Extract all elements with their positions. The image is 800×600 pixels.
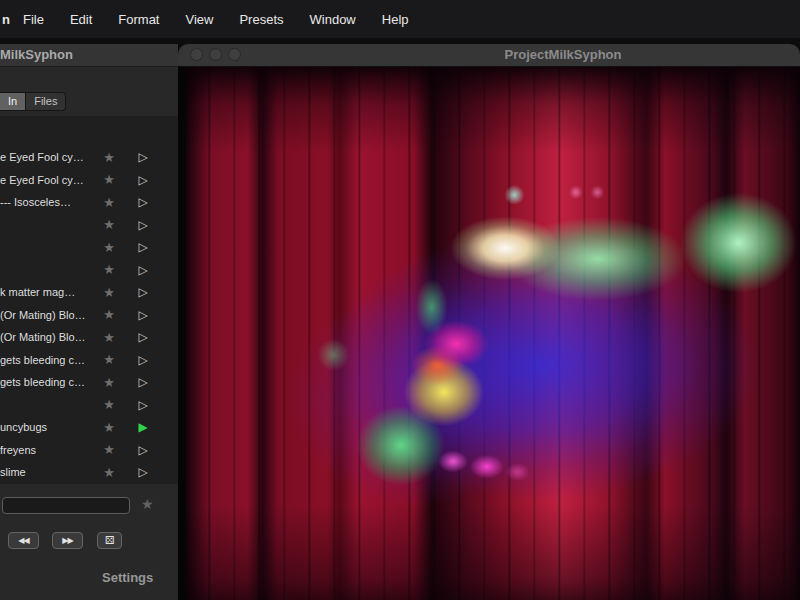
play-icon[interactable]: ▷ (130, 285, 156, 299)
preset-row[interactable]: k matter mag…★▷ (0, 281, 178, 304)
preset-row[interactable]: e Eyed Fool cy…★▷ (0, 146, 178, 169)
browser-title: MilkSyphon (0, 47, 73, 62)
menu-item-edit[interactable]: Edit (57, 12, 105, 27)
star-icon[interactable]: ★ (96, 262, 122, 277)
preset-row[interactable]: gets bleeding c…★▷ (0, 349, 178, 372)
star-icon[interactable]: ★ (96, 307, 122, 322)
preset-label: freyens (0, 444, 96, 456)
browser-titlebar[interactable]: MilkSyphon (0, 44, 178, 67)
play-icon[interactable]: ▷ (130, 375, 156, 389)
search-input[interactable] (2, 497, 130, 514)
play-icon[interactable]: ▷ (130, 398, 156, 412)
preset-label: e Eyed Fool cy… (0, 151, 96, 163)
play-icon[interactable]: ▷ (130, 173, 156, 187)
tab-built-in[interactable]: In (0, 92, 26, 111)
app-menu[interactable]: n (0, 12, 10, 27)
preset-row[interactable]: (Or Mating) Blo…★▷ (0, 304, 178, 327)
star-icon[interactable]: ★ (96, 352, 122, 367)
menu-items: FileEditFormatViewPresetsWindowHelp (10, 12, 422, 27)
menu-item-format[interactable]: Format (105, 12, 172, 27)
preset-label: (Or Mating) Blo… (0, 331, 96, 343)
preset-label: k matter mag… (0, 286, 96, 298)
preset-label: e Eyed Fool cy… (0, 174, 96, 186)
previous-preset-button[interactable]: ◀◀ (8, 532, 39, 549)
tab-bar: In Files (0, 92, 66, 111)
menu-item-file[interactable]: File (10, 12, 57, 27)
star-icon[interactable]: ★ (96, 375, 122, 390)
preset-row[interactable]: ★▷ (0, 214, 178, 237)
preset-row[interactable]: e Eyed Fool cy…★▷ (0, 169, 178, 192)
menubar: n FileEditFormatViewPresetsWindowHelp (0, 0, 800, 38)
menu-item-presets[interactable]: Presets (226, 12, 296, 27)
play-icon[interactable]: ▷ (130, 263, 156, 277)
visualization-canvas (186, 67, 800, 600)
preset-label: uncybugs (0, 421, 96, 433)
preset-list: e Eyed Fool cy…★▷e Eyed Fool cy…★▷--- Is… (0, 116, 178, 484)
star-icon[interactable]: ★ (96, 195, 122, 210)
star-icon[interactable]: ★ (96, 330, 122, 345)
preset-row[interactable]: --- Isosceles…★▷ (0, 191, 178, 214)
preset-row[interactable]: gets bleeding c…★▷ (0, 371, 178, 394)
play-icon[interactable]: ▷ (130, 150, 156, 164)
menu-item-view[interactable]: View (172, 12, 226, 27)
star-icon[interactable]: ★ (96, 420, 122, 435)
star-icon[interactable]: ★ (96, 217, 122, 232)
preset-row[interactable]: slime★▷ (0, 461, 178, 484)
star-icon[interactable]: ★ (96, 150, 122, 165)
star-icon[interactable]: ★ (96, 465, 122, 480)
next-preset-button[interactable]: ▶▶ (52, 532, 83, 549)
preset-label: gets bleeding c… (0, 376, 96, 388)
preset-row[interactable]: (Or Mating) Blo…★▷ (0, 326, 178, 349)
preset-label: --- Isosceles… (0, 196, 96, 208)
play-icon[interactable]: ▷ (130, 195, 156, 209)
play-icon[interactable]: ▷ (130, 443, 156, 457)
preset-label: (Or Mating) Blo… (0, 309, 96, 321)
favorite-star-icon[interactable]: ★ (141, 496, 154, 512)
preset-label: slime (0, 466, 96, 478)
visualizer-window: ProjectMilkSyphon (178, 44, 800, 600)
preset-label: gets bleeding c… (0, 354, 96, 366)
star-icon[interactable]: ★ (96, 397, 122, 412)
preset-browser-window: MilkSyphon In Files e Eyed Fool cy…★▷e E… (0, 44, 179, 600)
settings-button[interactable]: Settings (102, 570, 153, 585)
preset-row[interactable]: ★▷ (0, 259, 178, 282)
tab-files[interactable]: Files (26, 92, 66, 111)
star-icon[interactable]: ★ (96, 240, 122, 255)
play-icon-active[interactable]: ▶ (130, 420, 156, 434)
preset-row[interactable]: freyens★▷ (0, 439, 178, 462)
play-icon[interactable]: ▷ (130, 330, 156, 344)
preset-row[interactable]: ★▷ (0, 394, 178, 417)
play-icon[interactable]: ▷ (130, 308, 156, 322)
play-icon[interactable]: ▷ (130, 240, 156, 254)
play-icon[interactable]: ▷ (130, 465, 156, 479)
star-icon[interactable]: ★ (96, 172, 122, 187)
preset-row[interactable]: uncybugs★▶ (0, 416, 178, 439)
play-icon[interactable]: ▷ (130, 218, 156, 232)
play-icon[interactable]: ▷ (130, 353, 156, 367)
star-icon[interactable]: ★ (96, 442, 122, 457)
random-preset-button[interactable]: ⚄ (97, 532, 122, 549)
star-icon[interactable]: ★ (96, 285, 122, 300)
visualizer-title: ProjectMilkSyphon (178, 44, 800, 66)
preset-row[interactable]: ★▷ (0, 236, 178, 259)
menu-item-window[interactable]: Window (297, 12, 369, 27)
visualizer-titlebar[interactable]: ProjectMilkSyphon (178, 44, 800, 67)
menu-item-help[interactable]: Help (369, 12, 422, 27)
